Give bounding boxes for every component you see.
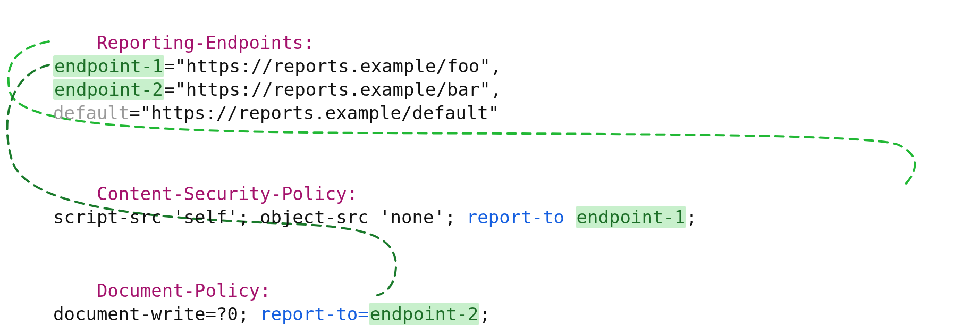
- endpoint-1-url: ="https://reports.example/foo",: [164, 55, 502, 77]
- dp-directives: document-write=?0;: [53, 303, 260, 325]
- header-reporting-endpoints: Reporting-Endpoints:: [97, 32, 314, 53]
- reporting-endpoints-block: Reporting-Endpoints: endpoint-1="https:/…: [53, 7, 501, 148]
- diagram-stage: Reporting-Endpoints: endpoint-1="https:/…: [0, 0, 980, 332]
- csp-target: endpoint-1: [576, 206, 687, 228]
- document-policy-block: Document-Policy: document-write=?0; repo…: [53, 255, 491, 332]
- header-csp: Content-Security-Policy:: [97, 183, 358, 204]
- endpoint-2-url: ="https://reports.example/bar",: [164, 79, 502, 100]
- default-name: default: [53, 102, 129, 123]
- default-url: ="https://reports.example/default": [129, 102, 499, 123]
- header-document-policy: Document-Policy:: [97, 280, 271, 301]
- dp-tail: ;: [479, 303, 490, 325]
- endpoint-2-name: endpoint-2: [53, 79, 164, 100]
- csp-report-to: report-to: [467, 206, 576, 228]
- endpoint-1-name: endpoint-1: [53, 55, 164, 77]
- dp-report-to: report-to=: [260, 303, 369, 325]
- csp-tail: ;: [686, 206, 697, 228]
- csp-directives: script-src 'self'; object-src 'none';: [53, 206, 467, 228]
- csp-block: Content-Security-Policy: script-src 'sel…: [53, 159, 697, 252]
- dp-target: endpoint-2: [369, 303, 480, 325]
